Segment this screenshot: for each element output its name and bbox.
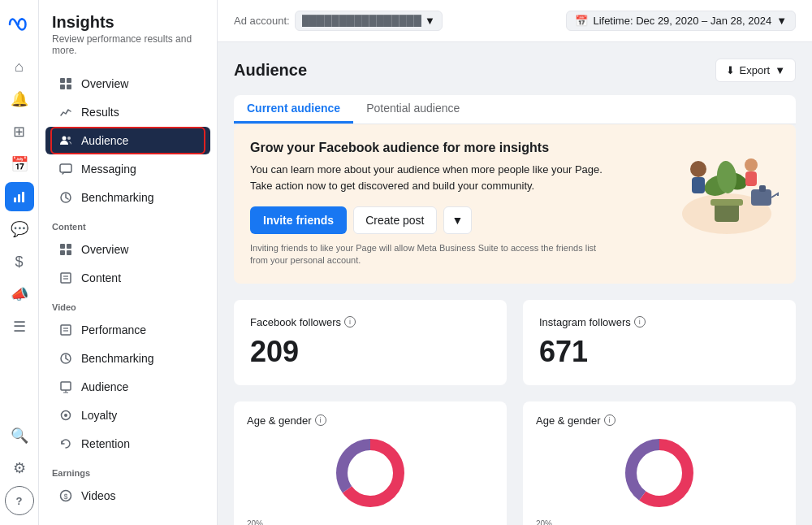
sidebar-audience-label: Audience <box>81 134 128 147</box>
fb-age-gender-info-icon[interactable]: i <box>315 414 326 426</box>
rail-help-icon[interactable]: ? <box>5 486 34 515</box>
svg-rect-2 <box>22 192 24 202</box>
sidebar-video-loyalty-label: Loyalty <box>81 409 117 422</box>
svg-rect-16 <box>67 250 71 255</box>
sidebar-item-overview[interactable]: Overview <box>45 70 210 98</box>
ad-account-value: ████████████████ <box>302 15 421 27</box>
rail-settings-icon[interactable]: ⚙ <box>5 453 34 483</box>
rail-home-icon[interactable]: ⌂ <box>5 52 34 81</box>
ig-bar-chart: 20% 0% <box>536 519 783 525</box>
content-area: Audience ⬇ Export ▼ Current audience Pot… <box>218 42 812 525</box>
rail-search-icon[interactable]: 🔍 <box>5 421 34 450</box>
video-section-label: Video <box>39 293 217 315</box>
sidebar-overview-label: Overview <box>81 77 128 90</box>
instagram-age-gender-card: Age & gender i 20% 0% <box>523 401 796 525</box>
banner-illustration <box>674 141 780 238</box>
sidebar-item-earnings-videos[interactable]: $ Videos <box>45 482 210 510</box>
sidebar-item-messaging[interactable]: Messaging <box>45 155 210 183</box>
sidebar-audience-wrapper: Audience <box>45 127 210 154</box>
sidebar: Insights Review performance results and … <box>39 0 218 525</box>
benchmarking-icon <box>58 190 73 205</box>
svg-rect-0 <box>14 197 16 202</box>
invite-friends-button[interactable]: Invite friends <box>250 206 347 234</box>
export-label: Export <box>740 64 771 76</box>
calendar-icon: 📅 <box>575 15 588 27</box>
ig-donut-svg <box>623 436 696 510</box>
svg-rect-15 <box>60 250 65 255</box>
ig-y-label-20: 20% <box>536 519 552 525</box>
sidebar-item-benchmarking[interactable]: Benchmarking <box>45 184 210 211</box>
sidebar-item-video-retention[interactable]: Retention <box>45 430 210 458</box>
sidebar-item-video-audience[interactable]: Audience <box>45 373 210 401</box>
results-icon <box>58 105 73 119</box>
export-button[interactable]: ⬇ Export ▼ <box>715 59 796 82</box>
earnings-section-label: Earnings <box>39 458 217 481</box>
fb-bar-chart: 20% 0% <box>247 519 494 525</box>
fb-bars <box>266 519 494 525</box>
rail-megaphone-icon[interactable]: 📣 <box>5 280 34 309</box>
rail-calendar-icon[interactable]: 📅 <box>5 150 34 179</box>
content-overview-icon <box>58 242 73 257</box>
facebook-followers-info-icon[interactable]: i <box>344 316 356 328</box>
sidebar-video-audience-label: Audience <box>81 380 128 393</box>
svg-point-8 <box>67 137 71 140</box>
tab-current-audience[interactable]: Current audience <box>234 95 353 124</box>
create-post-dropdown-button[interactable]: ▼ <box>443 206 473 234</box>
sidebar-item-audience[interactable]: Audience <box>45 127 210 154</box>
dropdown-chevron-icon: ▼ <box>425 15 435 27</box>
sidebar-item-content[interactable]: Content <box>45 264 210 292</box>
instagram-followers-info-icon[interactable]: i <box>634 316 646 328</box>
instagram-followers-card: Instagram followers i 671 <box>523 300 796 385</box>
svg-point-26 <box>64 414 67 417</box>
sidebar-title: Insights <box>52 13 204 32</box>
facebook-followers-label: Facebook followers i <box>250 316 490 328</box>
create-post-button[interactable]: Create post <box>353 206 436 234</box>
sidebar-nav: Overview Results <box>39 63 217 517</box>
svg-rect-24 <box>61 382 71 390</box>
video-bench-icon <box>58 351 73 366</box>
sidebar-benchmarking-label: Benchmarking <box>81 191 154 204</box>
svg-rect-11 <box>60 164 71 172</box>
sidebar-item-content-overview[interactable]: Overview <box>45 236 210 263</box>
export-chevron-icon: ▼ <box>775 64 785 76</box>
instagram-followers-value: 671 <box>539 335 780 369</box>
facebook-age-gender-card: Age & gender i 20% 0% <box>234 401 507 525</box>
svg-point-39 <box>745 158 758 171</box>
svg-rect-38 <box>692 177 705 193</box>
video-retention-icon <box>58 436 73 451</box>
ad-account-selector: Ad account: ████████████████ ▼ <box>234 11 443 31</box>
audience-icon <box>58 133 73 148</box>
rail-bell-icon[interactable]: 🔔 <box>5 85 34 114</box>
audience-tabs: Current audience Potential audience <box>234 95 796 124</box>
sidebar-results-label: Results <box>81 106 119 119</box>
rail-chart-icon[interactable] <box>5 182 34 211</box>
date-range-picker[interactable]: 📅 Lifetime: Dec 29, 2020 – Jan 28, 2024 … <box>566 11 796 31</box>
svg-point-43 <box>348 451 392 495</box>
svg-text:$: $ <box>63 492 67 501</box>
grow-banner-title: Grow your Facebook audience for more ins… <box>250 141 661 155</box>
svg-rect-6 <box>67 85 71 89</box>
sidebar-header: Insights Review performance results and … <box>39 0 217 63</box>
rail-grid-icon[interactable]: ⊞ <box>5 117 34 146</box>
tab-potential-audience[interactable]: Potential audience <box>353 95 473 124</box>
sidebar-item-results[interactable]: Results <box>45 98 210 126</box>
age-gender-charts: Age & gender i 20% 0% <box>234 401 796 525</box>
svg-rect-1 <box>18 194 20 202</box>
grow-banner-note: Inviting friends to like your Page will … <box>250 242 661 267</box>
sidebar-item-video-loyalty[interactable]: Loyalty <box>45 401 210 429</box>
sidebar-item-video-benchmarking[interactable]: Benchmarking <box>45 345 210 372</box>
ad-account-label: Ad account: <box>234 15 290 27</box>
topbar: Ad account: ████████████████ ▼ 📅 Lifetim… <box>218 0 812 42</box>
sidebar-item-video-performance[interactable]: Performance <box>45 316 210 344</box>
ad-account-dropdown[interactable]: ████████████████ ▼ <box>295 11 443 31</box>
rail-chat-icon[interactable]: 💬 <box>5 215 34 244</box>
svg-rect-4 <box>67 78 71 83</box>
instagram-followers-label: Instagram followers i <box>539 316 780 328</box>
rail-dollar-icon[interactable]: $ <box>5 247 34 276</box>
sidebar-content-overview-label: Overview <box>81 243 128 256</box>
svg-rect-40 <box>745 171 757 186</box>
icon-rail: ⌂ 🔔 ⊞ 📅 💬 $ 📣 ☰ 🔍 ⚙ ? <box>0 0 39 525</box>
rail-menu-icon[interactable]: ☰ <box>5 312 34 341</box>
ig-age-gender-title: Age & gender i <box>536 414 783 427</box>
ig-age-gender-info-icon[interactable]: i <box>604 414 615 426</box>
